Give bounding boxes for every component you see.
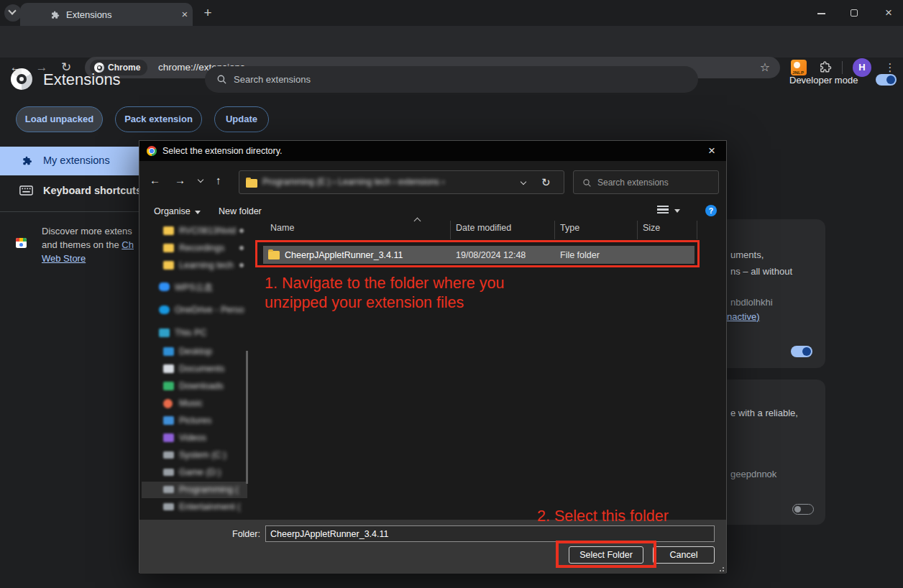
breadcrumb-path: Programming (E:) › Learning tech › exten… xyxy=(262,177,444,187)
dialog-address-bar[interactable]: Programming (E:) › Learning tech › exten… xyxy=(239,170,564,194)
dialog-back-button[interactable]: ← xyxy=(150,174,160,186)
dialog-title: Select the extension directory. xyxy=(162,146,283,156)
chrome-logo-icon xyxy=(147,146,157,156)
keyboard-icon xyxy=(19,185,33,196)
bookmark-star-icon[interactable]: ☆ xyxy=(760,60,770,74)
folder-icon xyxy=(246,179,257,188)
pack-extension-button[interactable]: Pack extension xyxy=(115,106,202,132)
column-header-type[interactable]: Type xyxy=(560,223,579,233)
annotation-step2: 2. Select this folder xyxy=(537,507,669,526)
chrome-web-store-link[interactable]: Ch xyxy=(122,239,134,250)
search-icon xyxy=(216,74,227,85)
dialog-refresh-icon[interactable]: ↻ xyxy=(541,176,551,189)
column-header-size[interactable]: Size xyxy=(643,223,660,233)
browser-toolbar: ← → ↻ Chrome chrome://extensions ☆ JNLP … xyxy=(0,26,903,58)
tab-title: Extensions xyxy=(66,9,112,20)
page-title: Extensions xyxy=(43,70,121,89)
cancel-button[interactable]: Cancel xyxy=(653,546,715,564)
column-header-date[interactable]: Date modified xyxy=(456,223,511,233)
annotation-box-file-row xyxy=(255,240,700,267)
browser-window: Extensions × + × ← → ↻ Chrome chrome://e… xyxy=(0,0,903,588)
dialog-search-placeholder: Search extensions xyxy=(597,178,669,188)
discover-line2: and themes on the xyxy=(42,239,122,250)
tab-close-icon[interactable]: × xyxy=(178,8,191,21)
sidebar-item-label: Keyboard shortcuts xyxy=(43,185,142,196)
extensions-page-logo xyxy=(11,68,32,90)
discover-line1: Discover more extens xyxy=(42,226,132,236)
annotation-box-select-button xyxy=(556,541,656,568)
dialog-up-button[interactable]: ↑ xyxy=(216,174,221,186)
puzzle-icon xyxy=(50,10,60,20)
load-unpacked-button[interactable]: Load unpacked xyxy=(16,106,103,132)
window-close-button[interactable]: × xyxy=(881,6,897,20)
sidebar-item-label: My extensions xyxy=(43,155,110,166)
update-button[interactable]: Update xyxy=(214,106,269,132)
folder-label: Folder: xyxy=(232,529,260,539)
card-text-fragment: e with a reliable, xyxy=(730,408,798,418)
browser-menu-icon[interactable]: ⋮ xyxy=(883,60,897,75)
new-folder-button[interactable]: New folder xyxy=(219,206,262,216)
folder-name-input[interactable] xyxy=(265,525,715,542)
annotation-step1: 1. Navigate to the folder where you unzi… xyxy=(265,274,504,313)
extensions-puzzle-icon[interactable] xyxy=(819,60,833,74)
extensions-search-bar[interactable]: Search extensions xyxy=(205,66,698,93)
toolbar-divider xyxy=(842,61,843,74)
card-extension-id: geepdnnok xyxy=(730,469,776,479)
resize-grip[interactable] xyxy=(718,566,724,571)
card-text-fragment: ns – all without xyxy=(730,266,792,277)
column-header-name[interactable]: Name xyxy=(270,223,294,233)
search-icon xyxy=(582,178,592,188)
help-icon[interactable]: ? xyxy=(705,205,717,216)
card-inactive-link[interactable]: nactive) xyxy=(727,311,760,322)
dialog-history-chevron-icon[interactable] xyxy=(198,177,203,183)
chevron-down-icon xyxy=(8,6,16,14)
developer-mode-toggle[interactable] xyxy=(876,74,897,86)
tab-search-button[interactable] xyxy=(4,4,22,22)
extension-toggle[interactable] xyxy=(791,346,812,357)
dialog-close-icon[interactable]: × xyxy=(705,144,719,158)
puzzle-icon xyxy=(22,155,33,167)
dialog-search-box[interactable]: Search extensions xyxy=(573,170,719,194)
tab-extensions[interactable]: Extensions × xyxy=(20,3,193,26)
maximize-button[interactable] xyxy=(847,6,863,20)
new-tab-button[interactable]: + xyxy=(200,6,216,22)
search-placeholder: Search extensions xyxy=(234,74,311,85)
dialog-titlebar[interactable]: Select the extension directory. × xyxy=(139,141,726,161)
tab-strip: Extensions × + × xyxy=(0,0,903,26)
minimize-button[interactable] xyxy=(814,6,830,20)
chrome-web-store-icon xyxy=(16,238,27,248)
sort-ascending-icon xyxy=(414,218,421,225)
tree-scrollbar[interactable] xyxy=(246,351,248,484)
web-store-link[interactable]: Web Store xyxy=(42,253,86,264)
dialog-forward-button[interactable]: → xyxy=(175,174,185,186)
card-text-fragment: uments, xyxy=(730,249,764,260)
jnlp-extension-icon[interactable]: JNLP xyxy=(791,60,807,75)
organise-menu[interactable]: Organise xyxy=(154,206,201,216)
view-dropdown-chevron-icon[interactable] xyxy=(674,209,680,213)
extension-toggle[interactable] xyxy=(792,504,814,515)
address-dropdown-chevron-icon[interactable] xyxy=(521,179,526,185)
card-extension-id: nbdlolhkhi xyxy=(730,297,773,308)
developer-mode-label: Developer mode xyxy=(789,75,858,86)
chevron-down-icon xyxy=(195,211,201,214)
view-list-icon[interactable] xyxy=(657,206,669,215)
discover-text: Discover more extens and themes on the C… xyxy=(42,224,150,265)
